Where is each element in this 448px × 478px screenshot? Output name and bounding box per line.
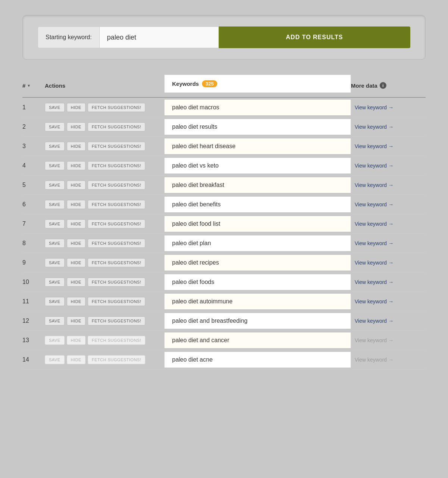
hide-button[interactable]: HIDE: [67, 142, 85, 151]
fetch-suggestions-button[interactable]: FETCH SUGGESTIONS!: [88, 239, 145, 248]
fetch-suggestions-button[interactable]: FETCH SUGGESTIONS!: [88, 316, 145, 325]
row-view-keyword[interactable]: View keyword →: [351, 334, 426, 346]
save-button[interactable]: SAVE: [45, 278, 65, 287]
fetch-suggestions-button[interactable]: FETCH SUGGESTIONS!: [88, 336, 145, 345]
view-keyword-link[interactable]: View keyword →: [355, 163, 393, 169]
arrow-right-icon: →: [388, 318, 393, 324]
save-button[interactable]: SAVE: [45, 200, 65, 209]
save-button[interactable]: SAVE: [45, 122, 65, 131]
save-button[interactable]: SAVE: [45, 258, 65, 267]
save-button[interactable]: SAVE: [45, 142, 65, 151]
save-button[interactable]: SAVE: [45, 161, 65, 170]
table-row: 11 SAVE HIDE FETCH SUGGESTIONS! paleo di…: [22, 292, 426, 311]
hide-button[interactable]: HIDE: [67, 316, 85, 325]
hide-button[interactable]: HIDE: [67, 258, 85, 267]
fetch-suggestions-button[interactable]: FETCH SUGGESTIONS!: [88, 103, 145, 112]
row-number: 9: [22, 256, 45, 269]
row-actions: SAVE HIDE FETCH SUGGESTIONS!: [45, 197, 164, 212]
save-button[interactable]: SAVE: [45, 181, 65, 190]
save-button[interactable]: SAVE: [45, 239, 65, 248]
fetch-suggestions-button[interactable]: FETCH SUGGESTIONS!: [88, 219, 145, 228]
table-row: 5 SAVE HIDE FETCH SUGGESTIONS! paleo die…: [22, 175, 426, 195]
view-keyword-link[interactable]: View keyword →: [355, 201, 393, 207]
row-view-keyword[interactable]: View keyword →: [351, 354, 426, 366]
hide-button[interactable]: HIDE: [67, 336, 85, 345]
view-keyword-link[interactable]: View keyword →: [355, 240, 393, 246]
table-row: 7 SAVE HIDE FETCH SUGGESTIONS! paleo die…: [22, 214, 426, 234]
arrow-right-icon: →: [388, 279, 393, 285]
save-button[interactable]: SAVE: [45, 355, 65, 364]
row-keyword: paleo diet vs keto: [164, 158, 351, 174]
view-keyword-link[interactable]: View keyword →: [355, 299, 393, 304]
row-view-keyword[interactable]: View keyword →: [351, 315, 426, 327]
table-body: 1 SAVE HIDE FETCH SUGGESTIONS! paleo die…: [22, 98, 426, 369]
search-label: Starting keyword:: [38, 26, 99, 48]
keyword-input[interactable]: [99, 26, 219, 48]
view-keyword-link[interactable]: View keyword →: [355, 357, 393, 363]
hide-button[interactable]: HIDE: [67, 200, 85, 209]
row-number: 10: [22, 276, 45, 288]
hide-button[interactable]: HIDE: [67, 239, 85, 248]
row-view-keyword[interactable]: View keyword →: [351, 160, 426, 172]
view-keyword-link[interactable]: View keyword →: [355, 104, 393, 110]
arrow-right-icon: →: [388, 182, 393, 188]
save-button[interactable]: SAVE: [45, 336, 65, 345]
row-keyword: paleo diet and breastfeeding: [164, 313, 351, 329]
row-number: 1: [22, 101, 45, 114]
hide-button[interactable]: HIDE: [67, 355, 85, 364]
fetch-suggestions-button[interactable]: FETCH SUGGESTIONS!: [88, 161, 145, 170]
hide-button[interactable]: HIDE: [67, 161, 85, 170]
view-keyword-link[interactable]: View keyword →: [355, 337, 393, 343]
save-button[interactable]: SAVE: [45, 316, 65, 325]
fetch-suggestions-button[interactable]: FETCH SUGGESTIONS!: [88, 278, 145, 287]
row-view-keyword[interactable]: View keyword →: [351, 101, 426, 113]
hide-button[interactable]: HIDE: [67, 122, 85, 131]
fetch-suggestions-button[interactable]: FETCH SUGGESTIONS!: [88, 142, 145, 151]
view-keyword-link[interactable]: View keyword →: [355, 318, 393, 324]
row-view-keyword[interactable]: View keyword →: [351, 257, 426, 269]
hide-button[interactable]: HIDE: [67, 103, 85, 112]
save-button[interactable]: SAVE: [45, 103, 65, 112]
view-keyword-link[interactable]: View keyword →: [355, 143, 393, 149]
view-keyword-link[interactable]: View keyword →: [355, 182, 393, 188]
hide-button[interactable]: HIDE: [67, 297, 85, 306]
row-number: 13: [22, 334, 45, 347]
sort-icon[interactable]: ▼: [27, 84, 31, 88]
arrow-right-icon: →: [388, 260, 393, 266]
view-keyword-link[interactable]: View keyword →: [355, 279, 393, 285]
arrow-right-icon: →: [388, 337, 393, 343]
fetch-suggestions-button[interactable]: FETCH SUGGESTIONS!: [88, 181, 145, 190]
fetch-suggestions-button[interactable]: FETCH SUGGESTIONS!: [88, 355, 145, 364]
hide-button[interactable]: HIDE: [67, 181, 85, 190]
fetch-suggestions-button[interactable]: FETCH SUGGESTIONS!: [88, 200, 145, 209]
row-keyword: paleo diet breakfast: [164, 177, 351, 193]
save-button[interactable]: SAVE: [45, 219, 65, 228]
search-row: Starting keyword: ADD TO RESULTS: [38, 26, 410, 48]
save-button[interactable]: SAVE: [45, 297, 65, 306]
arrow-right-icon: →: [388, 163, 393, 169]
row-view-keyword[interactable]: View keyword →: [351, 140, 426, 152]
hide-button[interactable]: HIDE: [67, 219, 85, 228]
info-icon[interactable]: i: [380, 82, 386, 89]
row-number: 8: [22, 237, 45, 250]
row-view-keyword[interactable]: View keyword →: [351, 199, 426, 210]
row-view-keyword[interactable]: View keyword →: [351, 296, 426, 307]
view-keyword-link[interactable]: View keyword →: [355, 260, 393, 266]
row-view-keyword[interactable]: View keyword →: [351, 237, 426, 249]
table-row: 12 SAVE HIDE FETCH SUGGESTIONS! paleo di…: [22, 311, 426, 331]
row-view-keyword[interactable]: View keyword →: [351, 218, 426, 230]
row-view-keyword[interactable]: View keyword →: [351, 276, 426, 288]
arrow-right-icon: →: [388, 357, 393, 363]
fetch-suggestions-button[interactable]: FETCH SUGGESTIONS!: [88, 297, 145, 306]
row-view-keyword[interactable]: View keyword →: [351, 121, 426, 133]
view-keyword-link[interactable]: View keyword →: [355, 221, 393, 227]
row-number: 5: [22, 179, 45, 191]
hide-button[interactable]: HIDE: [67, 278, 85, 287]
table-row: 3 SAVE HIDE FETCH SUGGESTIONS! paleo die…: [22, 137, 426, 156]
arrow-right-icon: →: [388, 201, 393, 207]
row-view-keyword[interactable]: View keyword →: [351, 179, 426, 191]
view-keyword-link[interactable]: View keyword →: [355, 124, 393, 130]
fetch-suggestions-button[interactable]: FETCH SUGGESTIONS!: [88, 122, 145, 131]
add-to-results-button[interactable]: ADD TO RESULTS: [219, 26, 410, 48]
fetch-suggestions-button[interactable]: FETCH SUGGESTIONS!: [88, 258, 145, 267]
